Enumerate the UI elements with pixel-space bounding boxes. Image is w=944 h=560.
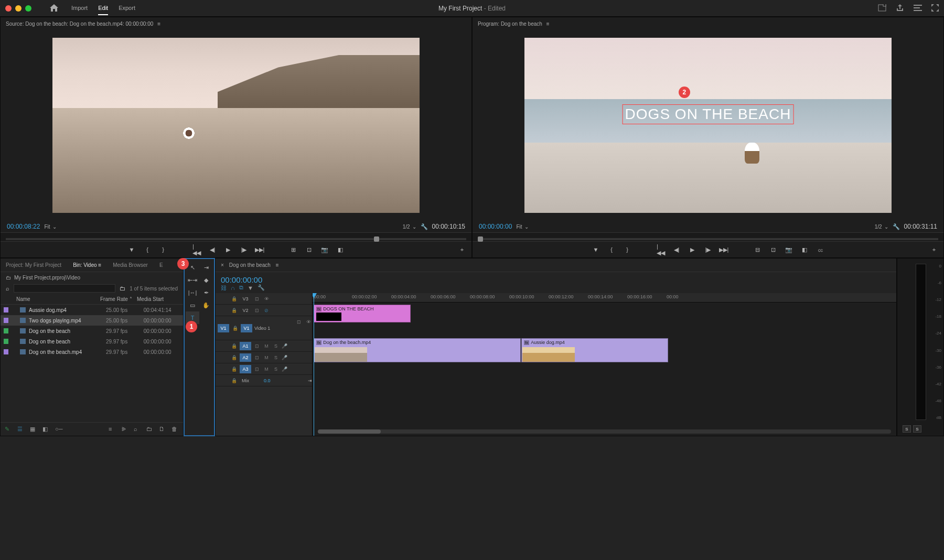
toggle-output-icon[interactable]: ⊡ [253,355,261,360]
tab-e[interactable]: E [156,260,166,270]
mute-icon[interactable]: M [263,367,270,372]
track-a1-header[interactable]: 🔒 A1 ⊡ M S 🎤 [216,340,312,352]
go-to-out-icon[interactable]: ▶▶| [255,245,264,254]
label-color[interactable] [4,339,8,344]
insert-icon[interactable]: ⊞ [289,245,297,254]
table-row[interactable]: Dog on the beach.mp4 29.97 fps 00:00:00:… [1,347,183,357]
solo-left[interactable]: S [903,425,911,433]
fullscreen-icon[interactable] [931,4,939,13]
lock-icon[interactable]: 🔒 [230,355,238,360]
track-label[interactable]: V3 [240,295,251,303]
overwrite-icon[interactable]: ⊡ [305,245,313,254]
table-row[interactable]: Two dogs playing.mp4 25.00 fps 00:00:00:… [1,315,183,326]
program-timecode[interactable]: 00:00:00:00 [479,223,512,230]
solo-icon[interactable]: S [272,343,280,349]
panel-menu-icon[interactable]: ≡ [546,21,550,27]
caption-icon[interactable]: ㏄ [816,245,824,254]
mark-in-icon[interactable]: { [607,245,616,254]
track-v1-header[interactable]: V1 🔒 V1 Video 1 ⊡ 👁 [216,316,312,340]
track-v2-header[interactable]: 🔒 V2 ⊡ ⊘ [216,305,312,316]
new-bin-icon[interactable]: 🗀 [146,426,154,433]
sequence-tab[interactable]: Dog on the beach [229,262,271,268]
solo-right[interactable]: S [913,425,921,433]
timeline-ruler[interactable]: :00:0000:00:02:0000:00:04:0000:00:06:000… [313,293,896,303]
mark-out-icon[interactable]: } [623,245,631,254]
step-forward-icon[interactable]: |▶ [240,245,248,254]
razor-tool[interactable]: ◆ [199,274,213,286]
program-view[interactable]: 2 DOGS ON THE BEACH [473,30,943,221]
col-framerate[interactable]: Frame Rate ˄ [100,296,137,302]
source-fit-select[interactable]: Fit ⌄ [44,224,56,230]
table-row[interactable]: Dog on the beach 29.97 fps 00:00:00:00 [1,326,183,336]
track-a3-header[interactable]: 🔒 A3 ⊡ M S 🎤 [216,363,312,375]
new-item-icon[interactable]: 🗋 [159,426,166,433]
mute-icon[interactable]: M [263,355,270,360]
icon-view-icon[interactable]: ▦ [30,426,37,433]
source-patch-v1[interactable]: V1 [218,324,229,332]
export-frame-icon[interactable]: 📷 [785,245,793,254]
button-editor-icon[interactable]: + [458,245,466,254]
wrench-icon[interactable]: 🔧 [893,223,900,230]
track-target-a2[interactable]: A2 [240,353,251,362]
settings-icon[interactable]: 🔧 [258,284,265,291]
close-window[interactable] [5,5,12,12]
program-ruler[interactable] [473,232,943,242]
timeline-content[interactable]: :00:0000:00:02:0000:00:04:0000:00:06:000… [313,293,896,436]
go-to-out-icon[interactable]: ▶▶| [720,245,728,254]
source-view[interactable] [1,30,471,221]
table-row[interactable]: Aussie dog.mp4 25.00 fps 00:04:41:14 [1,305,183,315]
source-ruler[interactable] [1,232,471,242]
linked-selection-icon[interactable]: ⧉ [239,284,243,291]
col-mediastart[interactable]: Media Start [137,296,179,302]
program-scale-select[interactable]: 1/2 ⌄ [875,224,888,230]
go-to-in-icon[interactable]: |◀◀ [657,245,665,254]
freeform-view-icon[interactable]: ◧ [42,426,50,433]
lock-icon[interactable]: 🔒 [230,343,238,349]
eye-icon[interactable]: 👁 [263,296,270,301]
maximize-window[interactable] [25,5,31,12]
search-input[interactable] [14,284,115,293]
toggle-output-icon[interactable]: ⊡ [253,343,261,349]
extract-icon[interactable]: ⊡ [769,245,777,254]
button-editor-icon[interactable]: + [930,245,938,254]
quick-export-icon[interactable] [878,4,886,13]
hand-tool[interactable]: ✋ [199,299,213,311]
find-icon[interactable]: ⌕ [134,426,141,433]
export-frame-icon[interactable]: 📷 [320,245,329,254]
title-text-overlay[interactable]: DOGS ON THE BEACH [623,104,794,124]
comparison-icon[interactable]: ◧ [336,245,345,254]
delete-icon[interactable]: 🗑 [171,426,179,433]
automate-icon[interactable]: ⫸ [121,426,128,433]
add-marker-icon[interactable]: ▼ [592,245,600,254]
zoom-slider[interactable]: ○─ [55,426,62,433]
label-color[interactable] [4,349,8,354]
toggle-output-icon[interactable]: ⊡ [253,296,261,301]
table-row[interactable]: Dog on the beach 29.97 fps 00:00:00:00 [1,336,183,347]
go-to-in-icon[interactable]: |◀◀ [192,245,201,254]
write-mode-icon[interactable]: ✎ [5,426,12,433]
comparison-icon[interactable]: ◧ [800,245,809,254]
play-icon[interactable]: ▶ [688,245,696,254]
mute-icon[interactable]: M [263,343,270,349]
eye-off-icon[interactable]: ⊘ [263,308,270,313]
new-bin-from-search-icon[interactable]: 🗀 [120,285,125,292]
tab-bin[interactable]: Bin: Video ≡ [70,260,104,270]
breadcrumb[interactable]: 🗀 My First Project.prproj\Video [1,272,183,283]
track-a2-header[interactable]: 🔒 A2 ⊡ M S 🎤 [216,352,312,363]
voiceover-icon[interactable]: 🎤 [282,343,287,349]
share-icon[interactable] [896,4,904,13]
minimize-window[interactable] [15,5,22,12]
tab-media-browser[interactable]: Media Browser [110,260,151,270]
lock-icon[interactable]: 🔒 [231,326,239,331]
source-scale-select[interactable]: 1/2 ⌄ [403,224,416,230]
panel-menu-icon[interactable]: ≡ [276,262,279,268]
home-icon[interactable] [50,4,58,13]
close-tab-icon[interactable]: × [221,262,224,268]
solo-icon[interactable]: S [272,367,280,372]
lock-icon[interactable]: 🔒 [230,296,238,301]
col-name[interactable]: Name [16,296,100,302]
wrench-icon[interactable]: 🔧 [421,223,428,230]
step-back-icon[interactable]: ◀| [208,245,217,254]
rectangle-tool[interactable]: ▭ [186,299,199,311]
playhead[interactable] [314,293,314,436]
